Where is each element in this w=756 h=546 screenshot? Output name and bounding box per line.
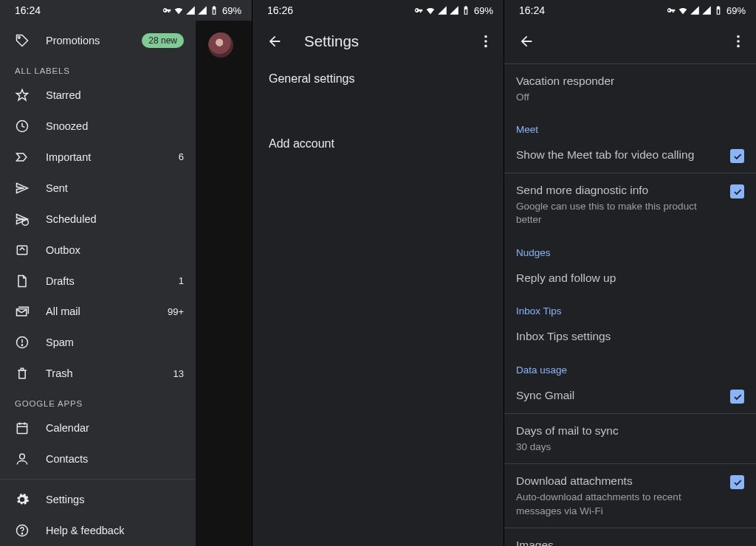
sidebar-item-label: Promotions xyxy=(46,35,126,46)
checkbox-checked[interactable] xyxy=(730,475,744,489)
calendar-icon xyxy=(15,421,30,435)
signal-icon xyxy=(185,5,196,15)
vpn-key-icon xyxy=(162,5,172,15)
gear-icon xyxy=(15,492,30,507)
setting-title: Send more diagnostic info xyxy=(516,183,721,198)
sidebar-item-contacts[interactable]: Contacts xyxy=(0,443,196,474)
wifi-icon xyxy=(425,5,436,15)
sidebar-item-drafts[interactable]: Drafts 1 xyxy=(0,266,196,297)
vpn-key-icon xyxy=(413,5,424,15)
avatar[interactable] xyxy=(208,32,233,58)
setting-sync-gmail[interactable]: Sync Gmail xyxy=(504,379,756,413)
battery-icon xyxy=(461,5,471,15)
settings-list[interactable]: Vacation responder Off Meet Show the Mee… xyxy=(504,63,756,546)
count-badge: 1 xyxy=(179,275,184,286)
setting-subtitle: Off xyxy=(516,91,744,104)
setting-title: Sync Gmail xyxy=(516,388,721,404)
setting-title: Reply and follow up xyxy=(516,271,744,286)
sidebar-item-label: All mail xyxy=(46,305,151,317)
person-icon xyxy=(15,452,30,466)
svg-point-0 xyxy=(18,36,21,38)
setting-subtitle: Auto-download attachments to recent mess… xyxy=(516,491,721,517)
page-title: Settings xyxy=(304,32,359,50)
setting-inbox-tips[interactable]: Inbox Tips settings xyxy=(504,319,756,354)
stacked-mail-icon xyxy=(15,304,30,319)
setting-title: Vacation responder xyxy=(516,74,744,89)
status-icons: 69% xyxy=(162,5,241,16)
battery-icon xyxy=(209,5,219,15)
new-badge: 28 new xyxy=(142,33,184,48)
back-button[interactable] xyxy=(515,30,538,53)
vpn-key-icon xyxy=(666,5,676,15)
tag-icon xyxy=(15,33,30,48)
setting-title: Days of mail to sync xyxy=(516,424,744,439)
back-button[interactable] xyxy=(263,30,286,53)
sidebar-item-settings[interactable]: Settings xyxy=(0,484,196,515)
important-icon xyxy=(15,150,30,165)
sidebar-item-label: Snoozed xyxy=(46,120,168,132)
sidebar-item-calendar[interactable]: Calendar xyxy=(0,412,196,443)
sidebar-item-spam[interactable]: Spam xyxy=(0,327,196,358)
outbox-icon xyxy=(15,243,30,258)
checkbox-checked[interactable] xyxy=(730,390,744,404)
sidebar-item-label: Settings xyxy=(46,494,184,505)
sidebar-item-label: Starred xyxy=(46,89,168,101)
checkbox-checked[interactable] xyxy=(730,149,744,163)
sidebar-item-label: Trash xyxy=(46,367,157,379)
battery-text: 69% xyxy=(474,5,493,16)
checkbox-checked[interactable] xyxy=(730,184,744,198)
section-header-nudges: Nudges xyxy=(504,237,756,261)
svg-point-12 xyxy=(484,40,487,43)
sidebar-item-important[interactable]: Important 6 xyxy=(0,142,196,173)
sidebar-item-sent[interactable]: Sent xyxy=(0,173,196,204)
sidebar-item-label: Spam xyxy=(46,336,168,348)
sidebar-item-label: Outbox xyxy=(46,244,168,256)
status-time: 16:24 xyxy=(519,4,545,16)
section-header-inbox-tips: Inbox Tips xyxy=(504,295,756,319)
list-item-add-account[interactable]: Add account xyxy=(252,127,504,161)
status-time: 16:24 xyxy=(15,4,41,16)
list-item-general-settings[interactable]: General settings xyxy=(252,62,504,96)
overflow-menu-button[interactable] xyxy=(474,30,498,53)
signal-icon xyxy=(437,5,447,15)
file-icon xyxy=(15,274,30,288)
count-badge: 6 xyxy=(179,151,184,162)
signal-icon xyxy=(197,5,207,15)
sidebar-item-outbox[interactable]: Outbox xyxy=(0,235,196,266)
section-header-google-apps: Google apps xyxy=(0,389,196,412)
sidebar-item-promotions[interactable]: Promotions 28 new xyxy=(0,25,196,56)
sidebar-item-snoozed[interactable]: Snoozed xyxy=(0,111,196,142)
sidebar-item-starred[interactable]: Starred xyxy=(0,80,196,111)
sidebar-item-label: Scheduled xyxy=(46,213,168,225)
svg-point-8 xyxy=(20,455,25,460)
setting-download-attachments[interactable]: Download attachments Auto-download attac… xyxy=(504,464,756,527)
section-header-data-usage: Data usage xyxy=(504,354,756,379)
setting-title: Download attachments xyxy=(516,474,721,489)
phone-account-settings: 16:24 69% Vacation responder Off Meet Sh… xyxy=(504,0,756,546)
setting-days-to-sync[interactable]: Days of mail to sync 30 days xyxy=(504,414,756,463)
sidebar-item-trash[interactable]: Trash 13 xyxy=(0,358,196,389)
sidebar-item-scheduled[interactable]: Scheduled xyxy=(0,204,196,235)
setting-title: Inbox Tips settings xyxy=(516,329,744,345)
trash-icon xyxy=(15,366,30,381)
status-bar: 16:24 69% xyxy=(0,0,252,21)
setting-meet-tab[interactable]: Show the Meet tab for video calling xyxy=(504,138,756,173)
count-badge: 99+ xyxy=(168,306,184,317)
setting-images[interactable]: Images Always display external images xyxy=(504,528,756,546)
svg-point-14 xyxy=(737,35,740,38)
wifi-icon xyxy=(173,5,184,15)
sidebar-item-help[interactable]: Help & feedback xyxy=(0,515,196,546)
setting-vacation-responder[interactable]: Vacation responder Off xyxy=(504,64,756,114)
setting-diagnostic-info[interactable]: Send more diagnostic info Google can use… xyxy=(504,173,756,236)
sidebar-item-all-mail[interactable]: All mail 99+ xyxy=(0,297,196,328)
signal-icon xyxy=(449,5,459,15)
overflow-menu-button[interactable] xyxy=(726,30,750,53)
setting-reply-follow-up[interactable]: Reply and follow up xyxy=(504,261,756,296)
sidebar-item-label: Calendar xyxy=(46,422,184,434)
section-header-all-labels: All labels xyxy=(0,56,196,80)
help-icon xyxy=(15,523,30,538)
status-icons: 69% xyxy=(666,5,746,16)
svg-point-10 xyxy=(21,533,22,534)
clock-icon xyxy=(15,119,30,134)
svg-point-16 xyxy=(737,45,740,48)
